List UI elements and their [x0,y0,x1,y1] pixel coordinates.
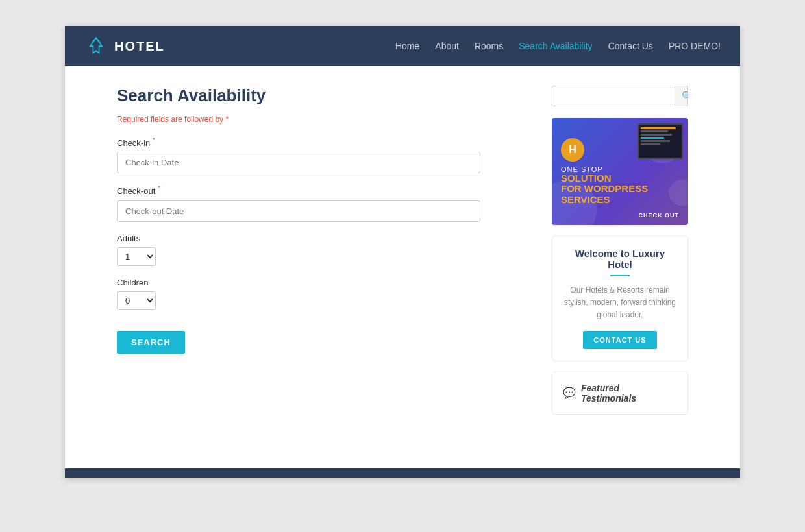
footer-bar [65,468,740,478]
welcome-divider [610,275,630,276]
page-title: Search Availability [117,86,532,106]
ad-screen [639,125,682,149]
nav-rooms[interactable]: Rooms [475,41,503,51]
nav-about[interactable]: About [435,41,459,51]
nav-home[interactable]: Home [395,41,419,51]
ad-banner[interactable]: H ONE STOP SOLUTIONFOR WORDPRESSSERVICES… [552,118,688,225]
checkout-group: Check-out * [117,185,532,221]
checkin-required: * [153,137,155,144]
search-icon: 🔍 [682,91,688,101]
search-button[interactable]: SEARCH [117,331,185,354]
checkout-required: * [158,185,160,192]
checkout-input[interactable] [117,200,480,222]
testimonials-title: Featured Testimonials [581,383,677,404]
testimonials-header: 💬 Featured Testimonials [563,383,677,404]
header: HOTEL Home About Rooms Search Availabili… [65,26,740,66]
adults-label: Adults [117,234,532,243]
adults-group: Adults 1 2 3 4 [117,234,532,266]
nav-search-availability[interactable]: Search Availability [519,41,592,51]
required-asterisk: * [225,115,229,124]
children-group: Children 0 1 2 3 [117,278,532,310]
ad-text-one: ONE STOP [561,165,679,173]
checkin-group: Check-in * [117,137,532,173]
ad-checkout: CHECK OUT [639,212,680,219]
welcome-widget: Welcome to Luxury Hotel Our Hotels & Res… [552,236,688,361]
logo-area: HOTEL [84,34,165,58]
sidebar-search-button[interactable]: 🔍 [675,86,688,106]
checkin-input[interactable] [117,152,480,173]
contact-us-button[interactable]: CONTACT US [583,331,656,349]
testimonials-widget: 💬 Featured Testimonials [552,372,688,415]
main-content: Search Availability Required fields are … [65,66,740,468]
ad-logo: H [561,138,584,162]
welcome-title: Welcome to Luxury Hotel [563,248,677,270]
checkin-label: Check-in * [117,137,532,148]
nav-pro-demo[interactable]: PRO DEMO! [669,41,721,51]
sidebar-search-input[interactable] [552,87,675,106]
sidebar-search-box: 🔍 [552,86,688,106]
nav-contact[interactable]: Contact Us [608,41,653,51]
browser-window: HOTEL Home About Rooms Search Availabili… [65,26,740,478]
children-label: Children [117,278,532,287]
welcome-text: Our Hotels & Resorts remain stylish, mod… [563,284,677,322]
adults-select[interactable]: 1 2 3 4 [117,247,156,266]
ad-laptop [638,123,683,159]
speech-bubble-icon: 💬 [563,387,576,399]
required-note: Required fields are followed by * [117,115,532,124]
checkout-label: Check-out * [117,185,532,196]
main-nav: Home About Rooms Search Availability Con… [395,41,721,51]
logo-text: HOTEL [114,39,165,54]
left-column: Search Availability Required fields are … [117,86,532,442]
children-select[interactable]: 0 1 2 3 [117,291,156,310]
sidebar: 🔍 H [552,86,688,442]
logo-icon [84,34,108,58]
